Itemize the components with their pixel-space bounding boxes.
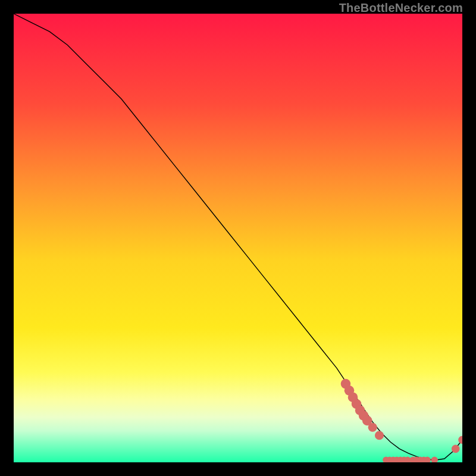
plot-area — [14, 14, 462, 462]
chart-stage: TheBottleNecker.com — [0, 0, 476, 476]
svg-rect-0 — [14, 14, 462, 462]
background-gradient — [14, 14, 462, 462]
watermark-text: TheBottleNecker.com — [339, 1, 463, 15]
